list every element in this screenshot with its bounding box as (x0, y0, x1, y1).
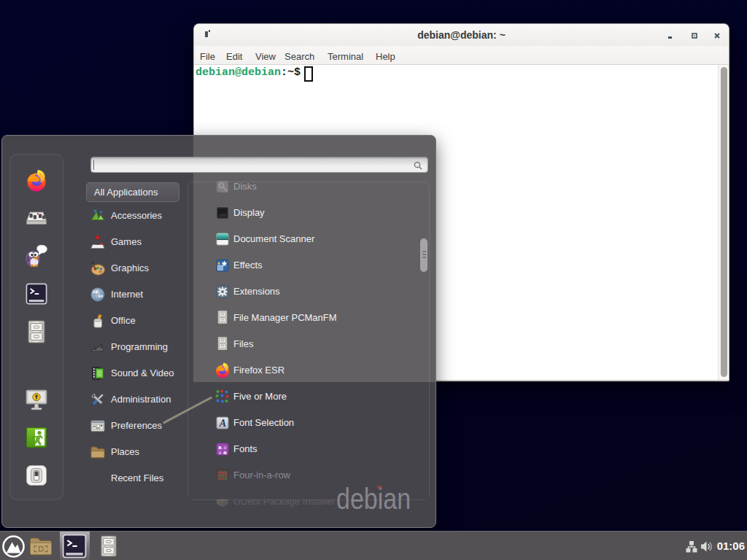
svg-text:a: a (219, 449, 222, 456)
svg-text:A: A (219, 418, 226, 429)
svg-text:a: a (223, 449, 227, 456)
